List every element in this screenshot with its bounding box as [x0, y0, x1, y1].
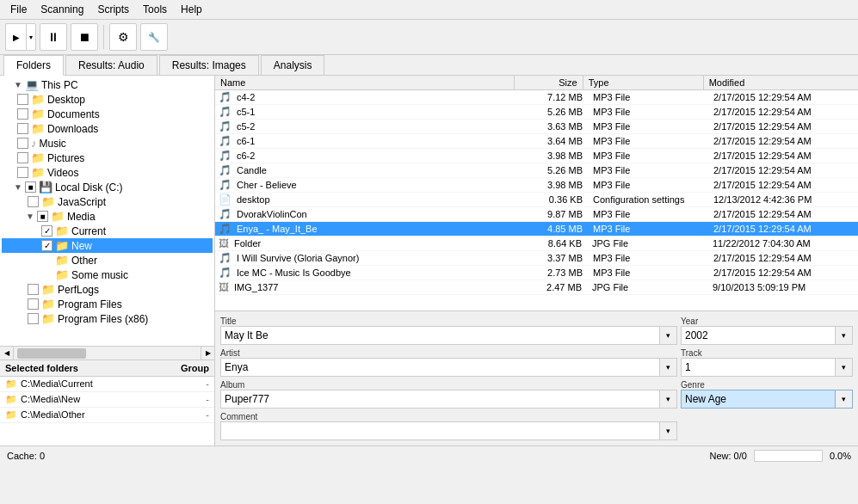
- tab-folders[interactable]: Folders: [3, 55, 64, 76]
- file-list-scroll[interactable]: Name Size Type Modified 🎵 c4-2 7.12 MB M…: [215, 76, 858, 310]
- folder-tree[interactable]: ▼ 💻 This PC 📁 Desktop 📁 Documents 📁 Dow: [0, 76, 214, 346]
- meta-comment-input[interactable]: [220, 421, 660, 440]
- meta-comment-dropdown[interactable]: ▾: [660, 421, 677, 440]
- play-dropdown-button[interactable]: ▾: [26, 23, 36, 51]
- documents-checkbox[interactable]: [17, 108, 28, 120]
- current-checkbox[interactable]: ✓: [41, 225, 52, 237]
- selected-folder-icon-2: 📁: [5, 409, 17, 421]
- meta-title-dropdown[interactable]: ▾: [660, 326, 677, 345]
- selected-folder-item-2[interactable]: 📁 C:\Media\Other -: [0, 408, 214, 423]
- meta-year-dropdown[interactable]: ▾: [836, 326, 853, 345]
- file-row-7[interactable]: 📄 desktop 0.36 KB Configuration settings…: [215, 193, 858, 207]
- file-size-10: 8.64 KB: [520, 238, 589, 249]
- meta-year-input[interactable]: [681, 326, 836, 345]
- videos-checkbox[interactable]: [17, 167, 28, 178]
- tree-item-localdisk[interactable]: ▼ ■ 💾 Local Disk (C:): [2, 180, 213, 194]
- meta-genre-input[interactable]: [681, 390, 836, 409]
- tools-button[interactable]: 🔧: [140, 23, 168, 51]
- menu-scanning[interactable]: Scanning: [34, 2, 90, 17]
- menu-scripts[interactable]: Scripts: [90, 2, 136, 17]
- col-size-header[interactable]: Size: [515, 76, 583, 89]
- javascript-checkbox[interactable]: [28, 196, 39, 207]
- file-row-13[interactable]: 🖼 IMG_1377 2.47 MB JPG File 9/10/2013 5:…: [215, 280, 858, 295]
- meta-album-input[interactable]: [220, 390, 660, 409]
- stop-button[interactable]: ⏹: [71, 23, 98, 51]
- tree-hscrollbar[interactable]: ◀ ▶: [0, 346, 214, 360]
- file-row-9[interactable]: 🎵 Enya_ - May_It_Be 4.85 MB MP3 File 2/1…: [215, 222, 858, 237]
- pictures-checkbox[interactable]: [17, 152, 28, 163]
- file-row-6[interactable]: 🎵 Cher - Believe 3.98 MB MP3 File 2/17/2…: [215, 178, 858, 193]
- meta-artist-input[interactable]: [220, 358, 660, 377]
- file-name-10: Folder: [232, 238, 520, 249]
- tree-item-current[interactable]: ✓ 📁 Current: [2, 224, 213, 238]
- col-type-header[interactable]: Type: [583, 76, 704, 89]
- tree-item-javascript[interactable]: 📁 JavaScript: [2, 194, 213, 209]
- meta-left: Title ▾ Artist ▾ Album: [220, 317, 677, 440]
- tab-results-audio[interactable]: Results: Audio: [65, 55, 157, 75]
- col-name-header[interactable]: Name: [215, 76, 515, 89]
- tree-item-new[interactable]: ✓ 📁 New: [2, 238, 213, 253]
- settings-button[interactable]: ⚙: [109, 23, 137, 51]
- meta-album-dropdown[interactable]: ▾: [660, 390, 677, 409]
- tree-item-pictures[interactable]: 📁 Pictures: [2, 151, 213, 165]
- tree-item-documents[interactable]: 📁 Documents: [2, 107, 213, 121]
- tree-item-perflogs[interactable]: 📁 PerfLogs: [2, 282, 213, 297]
- file-size-13: 2.47 MB: [520, 282, 589, 292]
- hscroll-track[interactable]: [14, 348, 201, 359]
- menu-help[interactable]: Help: [174, 2, 209, 17]
- file-size-12: 2.73 MB: [521, 267, 589, 278]
- file-modified-3: 2/17/2015 12:29:54 AM: [710, 136, 858, 146]
- desktop-checkbox[interactable]: [17, 94, 28, 105]
- meta-title-input[interactable]: [220, 326, 660, 345]
- tree-item-programfilesx86[interactable]: 📁 Program Files (x86): [2, 311, 213, 326]
- file-row-4[interactable]: 🎵 c6-2 3.98 MB MP3 File 2/17/2015 12:29:…: [215, 149, 858, 163]
- selected-folder-icon-0: 📁: [5, 378, 17, 390]
- file-row-2[interactable]: 🎵 c5-2 3.63 MB MP3 File 2/17/2015 12:29:…: [215, 120, 858, 134]
- file-icon-5: 🎵: [219, 164, 231, 176]
- file-row-1[interactable]: 🎵 c5-1 5.26 MB MP3 File 2/17/2015 12:29:…: [215, 105, 858, 120]
- toolbar-separator: [103, 25, 104, 49]
- new-checkbox[interactable]: ✓: [41, 240, 52, 251]
- programfilesx86-checkbox[interactable]: [28, 313, 39, 324]
- tree-item-media[interactable]: ▼ ■ 📁 Media: [2, 209, 213, 224]
- tab-analysis[interactable]: Analysis: [261, 55, 325, 75]
- file-row-5[interactable]: 🎵 Candle 5.26 MB MP3 File 2/17/2015 12:2…: [215, 163, 858, 178]
- file-row-8[interactable]: 🎵 DvorakViolinCon 9.87 MB MP3 File 2/17/…: [215, 207, 858, 222]
- tree-item-music[interactable]: ♪ Music: [2, 136, 213, 151]
- hscroll-right-btn[interactable]: ▶: [201, 347, 214, 360]
- col-modified-header[interactable]: Modified: [704, 76, 858, 89]
- menu-file[interactable]: File: [3, 2, 34, 17]
- programfiles-checkbox[interactable]: [28, 298, 39, 310]
- file-row-11[interactable]: 🎵 I Will Survive (Gloria Gaynor) 3.37 MB…: [215, 251, 858, 266]
- tree-item-somemusic[interactable]: 📁 Some music: [2, 267, 213, 282]
- file-row-12[interactable]: 🎵 Ice MC - Music Is Goodbye 2.73 MB MP3 …: [215, 266, 858, 280]
- javascript-label: JavaScript: [58, 196, 106, 208]
- tree-item-videos[interactable]: 📁 Videos: [2, 165, 213, 180]
- tree-item-other[interactable]: 📁 Other: [2, 253, 213, 267]
- meta-year-row: Year ▾: [681, 317, 853, 345]
- file-row-0[interactable]: 🎵 c4-2 7.12 MB MP3 File 2/17/2015 12:29:…: [215, 90, 858, 105]
- perflogs-checkbox[interactable]: [28, 284, 39, 295]
- localdisk-checkbox[interactable]: ■: [25, 181, 36, 193]
- pause-button[interactable]: ⏸: [40, 23, 67, 51]
- selected-folder-item-1[interactable]: 📁 C:\Media\New -: [0, 392, 214, 408]
- tab-results-images[interactable]: Results: Images: [159, 55, 259, 75]
- play-button[interactable]: ▶: [5, 23, 26, 51]
- selected-folder-item-0[interactable]: 📁 C:\Media\Current -: [0, 377, 214, 392]
- tree-item-programfiles[interactable]: 📁 Program Files: [2, 297, 213, 311]
- tree-item-thispc[interactable]: ▼ 💻 This PC: [2, 77, 213, 92]
- media-checkbox[interactable]: ■: [37, 211, 48, 222]
- file-row-10[interactable]: 🖼 Folder 8.64 KB JPG File 11/22/2012 7:0…: [215, 237, 858, 251]
- file-size-4: 3.98 MB: [521, 151, 589, 161]
- menu-tools[interactable]: Tools: [136, 2, 174, 17]
- music-checkbox[interactable]: [17, 138, 28, 149]
- tree-item-desktop[interactable]: 📁 Desktop: [2, 92, 213, 107]
- meta-artist-dropdown[interactable]: ▾: [660, 358, 677, 377]
- meta-track-dropdown[interactable]: ▾: [836, 358, 853, 377]
- downloads-checkbox[interactable]: [17, 123, 28, 134]
- meta-track-input[interactable]: [681, 358, 836, 377]
- tree-item-downloads[interactable]: 📁 Downloads: [2, 121, 213, 136]
- file-row-3[interactable]: 🎵 c6-1 3.64 MB MP3 File 2/17/2015 12:29:…: [215, 134, 858, 149]
- meta-genre-dropdown[interactable]: ▾: [836, 390, 853, 409]
- hscroll-left-btn[interactable]: ◀: [0, 347, 14, 360]
